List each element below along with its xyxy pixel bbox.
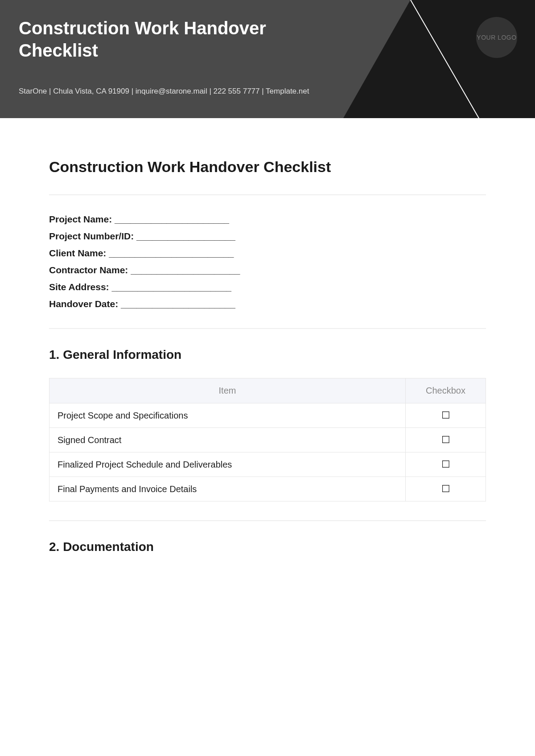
field-project-name: Project Name: ______________________ (49, 214, 486, 225)
project-fields: Project Name: ______________________ Pro… (49, 214, 486, 309)
table-cell-checkbox[interactable]: ☐ (406, 403, 486, 428)
header-accent-shape (343, 0, 535, 118)
logo-text: YOUR LOGO (477, 34, 516, 41)
section-heading-documentation: 2. Documentation (49, 540, 486, 554)
document-body: Construction Work Handover Checklist Pro… (0, 118, 535, 554)
field-contractor-name: Contractor Name: _____________________ (49, 265, 486, 275)
table-header-checkbox: Checkbox (406, 378, 486, 403)
divider (49, 194, 486, 195)
document-title: Construction Work Handover Checklist (49, 158, 486, 176)
field-project-number: Project Number/ID: ___________________ (49, 231, 486, 242)
table-header-item: Item (49, 378, 406, 403)
table-row: Finalized Project Schedule and Deliverab… (49, 452, 486, 477)
field-handover-date: Handover Date: ______________________ (49, 299, 486, 309)
table-row: Final Payments and Invoice Details ☐ (49, 477, 486, 501)
document-header: Construction Work Handover Checklist Sta… (0, 0, 535, 118)
header-title: Construction Work Handover Checklist (19, 17, 331, 62)
table-cell-item: Project Scope and Specifications (49, 403, 406, 428)
section-heading-general-info: 1. General Information (49, 348, 486, 362)
table-row: Project Scope and Specifications ☐ (49, 403, 486, 428)
table-cell-checkbox[interactable]: ☐ (406, 428, 486, 452)
field-client-name: Client Name: ________________________ (49, 248, 486, 259)
table-cell-item: Finalized Project Schedule and Deliverab… (49, 452, 406, 477)
table-cell-item: Signed Contract (49, 428, 406, 452)
logo-placeholder: YOUR LOGO (476, 17, 517, 58)
general-info-table: Item Checkbox Project Scope and Specific… (49, 378, 486, 501)
table-cell-checkbox[interactable]: ☐ (406, 452, 486, 477)
table-row: Signed Contract ☐ (49, 428, 486, 452)
divider (49, 520, 486, 521)
header-company-info: StarOne | Chula Vista, CA 91909 | inquir… (19, 87, 309, 96)
field-site-address: Site Address: _______________________ (49, 282, 486, 292)
table-cell-checkbox[interactable]: ☐ (406, 477, 486, 501)
divider (49, 328, 486, 329)
table-cell-item: Final Payments and Invoice Details (49, 477, 406, 501)
